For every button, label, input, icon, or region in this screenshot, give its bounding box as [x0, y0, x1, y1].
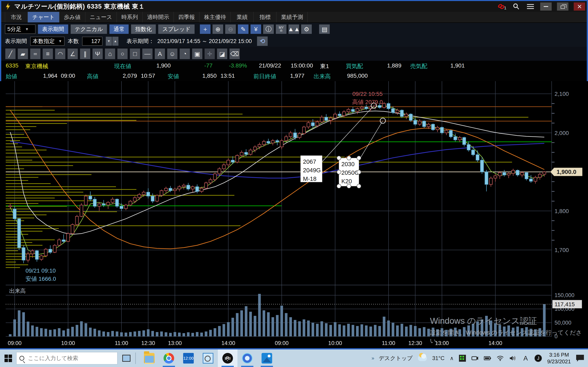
- pitchfork-tool[interactable]: Ψ: [93, 49, 103, 59]
- toolbar-overflow-chevron[interactable]: »: [372, 355, 373, 361]
- trend-line-tool[interactable]: ╱: [5, 49, 16, 59]
- ime-mode-letter[interactable]: A: [522, 355, 529, 362]
- taskbar-chrome-icon[interactable]: [159, 350, 179, 367]
- close-button[interactable]: [574, 2, 585, 11]
- indexed-button[interactable]: 指数化: [131, 25, 156, 34]
- stepper-down-icon[interactable]: ▼: [106, 37, 112, 46]
- desktop-toolbar-label[interactable]: デスクトップ: [379, 355, 413, 362]
- tab-0[interactable]: 市況: [5, 12, 28, 22]
- tray-camera-icon[interactable]: [471, 355, 479, 362]
- yen-axis-icon[interactable]: ¥: [251, 25, 261, 34]
- vertical-lines-tool[interactable]: ∥: [80, 49, 90, 59]
- technical-button[interactable]: テクニカル: [71, 25, 107, 34]
- chart-canvas[interactable]: 20672049GM-1820302050GK2009/22 10:55高値 2…: [0, 81, 588, 348]
- fan-line-tool[interactable]: ∠: [68, 49, 78, 59]
- spread-button[interactable]: スプレッド: [158, 25, 195, 34]
- move-object-tool[interactable]: ✛: [205, 49, 215, 59]
- count-mode-dropdown[interactable]: 本数指定 ▼: [30, 37, 65, 46]
- zoom-out-icon[interactable]: ⊖: [225, 25, 236, 34]
- taskbar-marketspeed-icon[interactable]: ıR̥ı: [218, 350, 237, 367]
- rectangle-tool[interactable]: □: [130, 49, 140, 59]
- normal-button[interactable]: 通常: [109, 25, 129, 34]
- ellipse-tool[interactable]: ○: [117, 49, 128, 59]
- taskbar-photos-icon[interactable]: [257, 350, 277, 367]
- weather-icon[interactable]: [418, 355, 427, 361]
- copy-object-tool[interactable]: ▣: [192, 49, 202, 59]
- bar-count-input[interactable]: [82, 37, 103, 46]
- search-icon[interactable]: [512, 2, 521, 11]
- tray-volume-icon[interactable]: [509, 355, 517, 362]
- current-price: 1,900: [142, 62, 171, 69]
- taskbar-search[interactable]: [16, 352, 117, 364]
- taskbar-clock[interactable]: 3:16 PM 9/23/2021: [547, 351, 571, 365]
- current-volume-badge: 117,415: [554, 301, 575, 308]
- tab-10[interactable]: 業績予測: [277, 12, 308, 22]
- prev-close-label: 前日終値: [253, 73, 276, 80]
- count-stepper[interactable]: ▼▲: [106, 37, 118, 46]
- price-time-marker-tool[interactable]: ◔: [180, 49, 190, 59]
- tab-7[interactable]: 株主優待: [199, 12, 231, 22]
- my-indicator-icon[interactable]: MYılı: [276, 25, 286, 34]
- icon-stamp-tool[interactable]: ☺: [167, 49, 177, 59]
- svg-text:2,000: 2,000: [554, 130, 569, 136]
- two-horizontal-lines-tool[interactable]: ＝: [30, 49, 40, 59]
- text-tool[interactable]: A: [155, 49, 165, 59]
- svg-text:10:00: 10:00: [61, 340, 75, 346]
- erase-object-tool[interactable]: ◪: [217, 49, 227, 59]
- tab-4[interactable]: 時系列: [117, 12, 143, 22]
- restore-button[interactable]: [557, 2, 568, 11]
- taskbar-sync-icon[interactable]: [237, 350, 257, 367]
- clock-date: 9/23/2021: [547, 358, 571, 365]
- stepper-up-icon[interactable]: ▲: [112, 37, 118, 46]
- low-label: 安値: [168, 73, 179, 80]
- start-button[interactable]: [0, 350, 16, 367]
- zoom-in-icon[interactable]: ⊕: [213, 25, 223, 34]
- high-price: 2,079: [112, 73, 137, 79]
- display-period-button[interactable]: 表示期間: [38, 25, 68, 34]
- tab-9[interactable]: 指標: [254, 12, 277, 22]
- notification-center-icon[interactable]: [576, 355, 584, 362]
- taskbar-app-row: 12:00ıR̥ı: [139, 350, 277, 367]
- bid-price: 1,889: [377, 62, 401, 69]
- tab-5[interactable]: 適時開示: [143, 12, 174, 22]
- print-icon[interactable]: ▤: [319, 25, 330, 34]
- tray-widget-icon[interactable]: [459, 355, 466, 362]
- tab-2[interactable]: 歩み値: [60, 12, 85, 22]
- hidden-icons-chevron[interactable]: ∧: [450, 355, 454, 361]
- temperature-text[interactable]: 31°C: [432, 355, 444, 361]
- erase-all-tool[interactable]: ⌫: [229, 49, 240, 59]
- price-change-pct: -3.89%: [229, 62, 247, 69]
- candlestick-chart[interactable]: 20672049GM-1820302050GK2009/22 10:55高値 2…: [0, 81, 588, 348]
- crosshair-icon[interactable]: ＋: [200, 25, 210, 34]
- menu-icon[interactable]: [526, 2, 535, 11]
- area-chart-icon[interactable]: ▲▲: [288, 25, 299, 34]
- info-icon[interactable]: ⓘ: [263, 25, 274, 34]
- interval-dropdown[interactable]: 5分足 ▼: [5, 25, 35, 34]
- search-input[interactable]: [27, 355, 109, 362]
- tab-6[interactable]: 四季報: [174, 12, 199, 22]
- multi-horizontal-lines-tool[interactable]: ≡: [43, 49, 53, 59]
- open-price: 1,964: [32, 73, 57, 79]
- fibonacci-arc-tool[interactable]: ◠: [55, 49, 65, 59]
- parallel-line-tool[interactable]: ▰: [18, 49, 28, 59]
- link-group-icon[interactable]: 1: [497, 2, 506, 11]
- taskbar-explorer-icon[interactable]: [139, 350, 159, 367]
- taskbar-bluetile-icon[interactable]: 12:00: [179, 350, 198, 367]
- tab-1[interactable]: チャート: [28, 12, 60, 22]
- settings-wrench-icon[interactable]: ⚙: [301, 25, 312, 34]
- taskbar-snip-icon[interactable]: [198, 350, 218, 367]
- tab-3[interactable]: ニュース: [85, 12, 117, 22]
- task-view-icon[interactable]: [122, 355, 130, 362]
- tray-wifi-icon[interactable]: [497, 355, 504, 362]
- minimize-button[interactable]: [540, 2, 552, 11]
- quote-date: 21/09/22: [259, 62, 281, 69]
- reload-icon[interactable]: ⟲: [257, 36, 268, 46]
- ime-icon[interactable]: J: [535, 355, 542, 362]
- stock-name: 東京機械: [25, 62, 48, 70]
- tab-8[interactable]: 業績: [231, 12, 254, 22]
- horizontal-segment-tool[interactable]: —: [142, 49, 153, 59]
- drawing-toolbar: ╱▰＝≡◠∠∥Ψ⌂○□—A☺◔▣✛◪⌫: [1, 47, 587, 61]
- tray-battery-icon[interactable]: [484, 355, 491, 362]
- draw-pencil-icon[interactable]: ✎: [238, 25, 249, 34]
- pentagon-tool[interactable]: ⌂: [105, 49, 115, 59]
